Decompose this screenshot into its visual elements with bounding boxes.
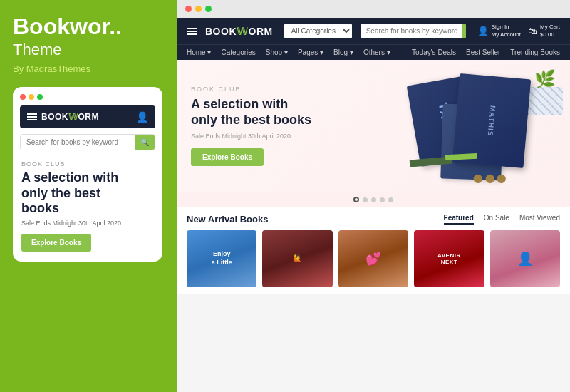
brand-title: Bookwor..	[13, 14, 164, 39]
new-arrivals-title: New Arrival Books	[187, 214, 268, 225]
brand-subtitle: Theme	[13, 41, 164, 59]
mobile-mockup: BOOK𝕎ORM 👤 🔍 BOOK CLUB A selection with …	[13, 87, 162, 262]
mobile-search-bar[interactable]: 🔍	[20, 134, 155, 150]
nav-todays-deals[interactable]: Today's Deals	[412, 48, 456, 56]
desktop-secondary-nav: Home ▾ Categories Shop ▾ Pages ▾ Blog ▾ …	[177, 44, 570, 60]
carousel-dot-2[interactable]	[363, 197, 368, 202]
book-card-4[interactable]: AVENIRNEXT	[414, 230, 484, 287]
mobile-user-icon[interactable]: 👤	[136, 111, 148, 123]
user-icon: 👤	[477, 26, 489, 36]
mobile-window-dots	[20, 94, 155, 100]
browser-chrome	[177, 0, 570, 18]
browser-window-dots	[185, 6, 212, 12]
desktop-logo: BOOK𝕎ORM	[205, 26, 273, 37]
carousel-dot-4[interactable]	[380, 197, 385, 202]
new-arrivals-header: New Arrival Books Featured On Sale Most …	[187, 214, 560, 225]
desktop-hamburger-icon[interactable]	[187, 28, 197, 35]
hero-explore-button[interactable]: Explore Books	[191, 148, 264, 166]
book-cover-5: 👤	[490, 230, 560, 287]
book-card-1[interactable]: Enjoya Little	[187, 230, 256, 287]
mobile-search-button[interactable]: 🔍	[135, 135, 155, 150]
book-card-5[interactable]: 👤	[490, 230, 560, 287]
carousel-dot-5[interactable]	[388, 197, 393, 202]
category-select[interactable]: All Categories	[284, 24, 352, 38]
book-card-2[interactable]: 🙋	[262, 230, 332, 287]
mobile-headline: A selection with only the best books	[21, 170, 154, 217]
left-panel: Bookwor.. Theme By MadrasThemes BOOK𝕎ORM…	[0, 0, 177, 392]
nav-shop[interactable]: Shop ▾	[266, 48, 288, 56]
nav-pages[interactable]: Pages ▾	[298, 48, 323, 56]
hero-text: BOOK CLUB A selection with only the best…	[191, 86, 556, 165]
hero-carousel-dots	[177, 192, 570, 207]
new-arrivals-section: New Arrival Books Featured On Sale Most …	[177, 207, 570, 294]
mobile-hero-content: BOOK CLUB A selection with only the best…	[20, 158, 155, 254]
books-grid: Enjoya Little 🙋 💕 AVENIRNEXT �	[187, 230, 560, 287]
arrival-tabs: Featured On Sale Most Viewed	[444, 214, 560, 225]
desktop-account-area: 👤 Sign In My Account 🛍 My Cart $0.00	[477, 24, 560, 38]
nav-links-left: Home ▾ Categories Shop ▾ Pages ▾ Blog ▾ …	[187, 48, 390, 56]
mobile-hamburger-icon[interactable]	[27, 113, 37, 120]
brand-by: By MadrasThemes	[13, 63, 164, 74]
nav-home[interactable]: Home ▾	[187, 48, 211, 56]
nav-blog[interactable]: Blog ▾	[333, 48, 353, 56]
desktop-search-input[interactable]	[361, 24, 462, 38]
carousel-dot-3[interactable]	[371, 197, 376, 202]
mobile-logo: BOOK𝕎ORM	[41, 112, 99, 122]
mobile-sale-text: Sale Ends Midnight 30th April 2020	[21, 220, 154, 227]
book-cover-2: 🙋	[262, 230, 332, 287]
desktop-search-bar[interactable]: 🔍	[361, 24, 466, 38]
nav-best-seller[interactable]: Best Seller	[466, 48, 500, 56]
mobile-explore-button[interactable]: Explore Books	[21, 234, 91, 252]
nav-others[interactable]: Others ▾	[363, 48, 390, 56]
nav-links-right: Today's Deals Best Seller Trending Books	[412, 48, 560, 56]
desktop-panel: BOOK𝕎ORM All Categories 🔍 👤 Sign In My A…	[177, 0, 570, 392]
book-cover-4: AVENIRNEXT	[414, 230, 484, 287]
hero-book-club-label: BOOK CLUB	[191, 86, 556, 93]
nuts-decoration: ⬤ ⬤ ⬤	[473, 173, 506, 183]
mobile-nav-left: BOOK𝕎ORM	[27, 112, 99, 122]
book-cover-3: 💕	[338, 230, 408, 287]
nav-trending[interactable]: Trending Books	[510, 48, 560, 56]
desktop-search-button[interactable]: 🔍	[462, 24, 466, 38]
mobile-search-input[interactable]	[21, 135, 135, 150]
mobile-book-club-label: BOOK CLUB	[21, 160, 154, 167]
tab-featured[interactable]: Featured	[444, 214, 474, 225]
sign-in-button[interactable]: 👤 Sign In My Account	[477, 24, 521, 38]
nav-categories[interactable]: Categories	[221, 48, 255, 56]
mobile-navbar: BOOK𝕎ORM 👤	[20, 105, 155, 128]
cart-icon: 🛍	[528, 26, 537, 36]
tab-on-sale[interactable]: On Sale	[484, 214, 509, 225]
book-card-3[interactable]: 💕	[338, 230, 408, 287]
tab-most-viewed[interactable]: Most Viewed	[519, 214, 560, 225]
desktop-top-nav: BOOK𝕎ORM All Categories 🔍 👤 Sign In My A…	[177, 18, 570, 44]
hero-sale-text: Sale Ends Midnight 30th April 2020	[191, 133, 556, 140]
cart-button[interactable]: 🛍 My Cart $0.00	[528, 24, 560, 38]
hero-headline: A selection with only the best books	[191, 97, 556, 128]
carousel-dot-1[interactable]	[353, 197, 359, 202]
book-cover-1: Enjoya Little	[187, 230, 256, 287]
hero-banner: BOOK CLUB A selection with only the best…	[177, 60, 570, 192]
